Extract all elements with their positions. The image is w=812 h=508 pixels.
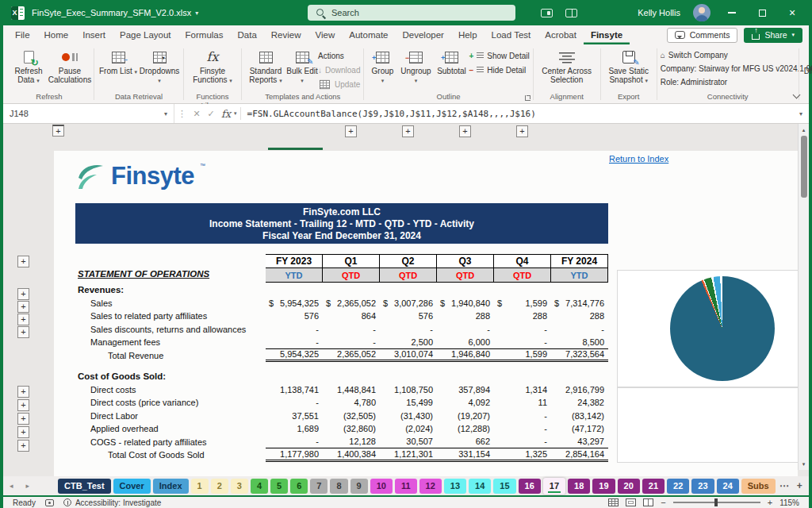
column-header-cell[interactable]: FY 2024: [551, 254, 608, 268]
row-label-cell[interactable]: Sales: [78, 298, 266, 308]
actions-button[interactable]: Actions: [318, 50, 360, 62]
pie-chart[interactable]: [670, 276, 775, 381]
ribbon-tab[interactable]: Home: [37, 25, 76, 44]
value-cell[interactable]: -: [323, 325, 380, 334]
expand-row-group-button[interactable]: [17, 426, 29, 438]
resize-handle-icon[interactable]: ⋮: [174, 109, 190, 119]
bulk-edit-button[interactable]: ✎ Bulk Edit ▾: [286, 47, 318, 85]
dropdowns-button[interactable]: ▾ Dropdowns ▾: [139, 47, 180, 85]
comments-button[interactable]: Comments: [667, 28, 738, 43]
row-label-cell[interactable]: Applied overhead: [78, 424, 266, 433]
value-cell[interactable]: 3,010,074: [380, 349, 437, 359]
value-cell[interactable]: 1,314: [494, 385, 551, 394]
value-cell[interactable]: 288: [551, 311, 608, 321]
standard-reports-button[interactable]: Standard Reports ▾: [245, 47, 286, 85]
value-cell[interactable]: -: [266, 398, 323, 407]
sheet-tab[interactable]: 5: [270, 479, 288, 494]
sheet-tab[interactable]: 11: [395, 479, 417, 494]
value-cell[interactable]: -: [380, 325, 437, 334]
zoom-slider-thumb[interactable]: [714, 498, 718, 506]
value-cell[interactable]: (47,172): [551, 424, 608, 433]
row-label-cell[interactable]: Management fees: [78, 337, 266, 347]
value-cell[interactable]: 7,314,776: [551, 298, 608, 308]
name-box[interactable]: J148 ▾: [3, 104, 174, 123]
sheet-tab[interactable]: 1: [191, 479, 209, 494]
sheet-tab[interactable]: CTB_Test: [58, 479, 111, 494]
value-cell[interactable]: 1,689: [266, 424, 323, 433]
sheet-tab[interactable]: 14: [469, 479, 491, 494]
value-cell[interactable]: 2,500: [380, 337, 437, 347]
zoom-slider[interactable]: [673, 502, 760, 503]
value-cell[interactable]: 5,954,325: [266, 298, 323, 308]
scrollbar-thumb[interactable]: [801, 136, 807, 198]
subtotal-button[interactable]: + Subtotal: [434, 47, 469, 76]
zoom-out-button[interactable]: −: [661, 498, 665, 507]
expand-formula-bar-icon[interactable]: ▾: [799, 110, 809, 117]
sheet-tab[interactable]: 12: [419, 479, 442, 494]
value-cell[interactable]: 662: [437, 437, 494, 446]
ribbon-tab[interactable]: Data: [231, 25, 264, 44]
value-cell[interactable]: 357,894: [437, 385, 494, 394]
value-cell[interactable]: 2,365,052: [323, 349, 380, 359]
zoom-level[interactable]: 115%: [779, 498, 799, 507]
row-label-cell[interactable]: Direct costs (price variance): [78, 398, 266, 407]
row-label-cell[interactable]: Revenues:: [78, 285, 266, 294]
finsyte-functions-button[interactable]: fx Finsyte Functions ▾: [192, 47, 233, 85]
macro-record-icon[interactable]: [45, 499, 54, 506]
value-cell[interactable]: 1,121,301: [380, 449, 437, 459]
value-cell[interactable]: (19,207): [437, 411, 494, 421]
period-header-cell[interactable]: YTD: [551, 268, 608, 283]
cancel-entry-button[interactable]: ✕: [190, 109, 204, 119]
sheet-tab[interactable]: 19: [592, 479, 615, 494]
row-label-cell[interactable]: Direct costs: [78, 385, 266, 394]
value-cell[interactable]: (2,024): [380, 424, 437, 433]
show-detail-button[interactable]: +Show Detail: [469, 50, 529, 62]
side-by-side-icon[interactable]: [565, 9, 577, 17]
vertical-scrollbar[interactable]: ▴ ▾: [798, 124, 809, 470]
expand-row-group-button[interactable]: [17, 413, 29, 425]
value-cell[interactable]: 1,177,980: [266, 449, 323, 459]
return-to-index-link[interactable]: Return to Index: [609, 154, 668, 164]
expand-row-group-button[interactable]: [17, 440, 29, 452]
file-menu-caret-icon[interactable]: ▾: [195, 10, 198, 17]
value-cell[interactable]: -: [266, 325, 323, 334]
zoom-in-button[interactable]: +: [768, 498, 772, 507]
value-cell[interactable]: 288: [437, 311, 494, 321]
sheet-tab[interactable]: 6: [290, 479, 308, 494]
hide-detail-button[interactable]: −Hide Detail: [469, 64, 529, 76]
center-across-selection-button[interactable]: Center Across Selection: [537, 47, 597, 84]
expand-column-group-button[interactable]: [52, 125, 64, 137]
value-cell[interactable]: -: [494, 411, 551, 421]
normal-view-button[interactable]: [608, 498, 619, 506]
value-cell[interactable]: 3,007,286: [380, 298, 437, 308]
sheet-tab[interactable]: 4: [251, 479, 268, 494]
value-cell[interactable]: 15,499: [380, 398, 437, 407]
sheet-tab[interactable]: 9: [350, 479, 368, 494]
sheet-tab[interactable]: 22: [667, 479, 689, 494]
refresh-data-button[interactable]: Refresh Data ▾: [8, 47, 49, 85]
pause-calculations-button[interactable]: Pause Calculations: [49, 47, 90, 84]
ribbon-tab[interactable]: View: [308, 25, 343, 44]
ribbon-tab[interactable]: Page Layout: [113, 25, 178, 44]
value-cell[interactable]: -: [266, 337, 323, 347]
sheet-tab[interactable]: 10: [370, 479, 393, 494]
ungroup-button[interactable]: − Ungroup▾: [397, 47, 434, 85]
row-label-cell[interactable]: Total Revenue: [78, 351, 266, 360]
page-break-view-button[interactable]: [643, 498, 653, 506]
sheet-tab[interactable]: 17: [543, 478, 565, 495]
value-cell[interactable]: (32,860): [323, 424, 380, 433]
value-cell[interactable]: -: [266, 437, 323, 446]
value-cell[interactable]: 7,323,564: [551, 349, 608, 359]
value-cell[interactable]: 1,946,840: [437, 349, 494, 359]
value-cell[interactable]: 576: [380, 311, 437, 321]
sheet-tab[interactable]: 16: [519, 479, 541, 494]
period-header-cell[interactable]: QTD: [437, 268, 494, 283]
expand-column-group-button[interactable]: [402, 125, 414, 137]
value-cell[interactable]: 1,138,741: [266, 385, 323, 394]
group-button[interactable]: + Group▾: [367, 47, 397, 85]
expand-row-group-button[interactable]: [17, 301, 29, 313]
value-cell[interactable]: 1,400,384: [323, 449, 380, 459]
period-header-cell[interactable]: YTD: [266, 268, 323, 283]
sheet-tab[interactable]: 23: [691, 479, 714, 494]
formula-input[interactable]: =FSN.GLAccountBalance(J$9,J$10,J$11,J$12…: [247, 109, 536, 119]
